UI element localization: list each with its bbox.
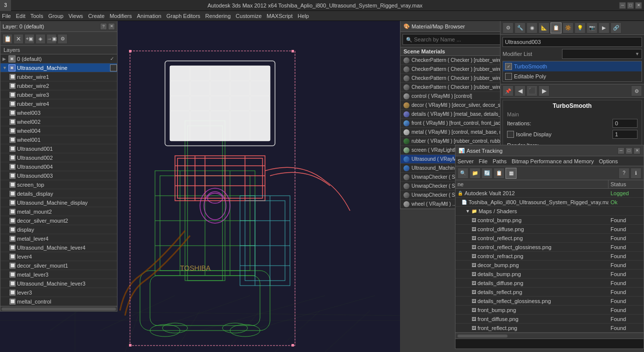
new-layer-button[interactable]: 📋 bbox=[2, 34, 12, 44]
props-btn-3[interactable]: ◉ bbox=[526, 22, 538, 33]
layer-settings-button[interactable]: ⚙ bbox=[58, 34, 68, 44]
menu-tools[interactable]: Tools bbox=[30, 13, 44, 19]
list-item[interactable]: ⬜ lever3 bbox=[0, 288, 117, 297]
asset-row[interactable]: 🖼 front_reflect.png Found bbox=[456, 324, 644, 333]
list-item[interactable]: ⬜ Ultrasound_Machine_display bbox=[0, 198, 117, 207]
props-btn-6[interactable]: 🔆 bbox=[562, 22, 574, 33]
list-item[interactable]: ⬜ metal_mount2 bbox=[0, 207, 117, 216]
maximize-button[interactable]: □ bbox=[627, 2, 634, 9]
asset-row[interactable]: 🔒 Autodesk Vault 2012 Logged bbox=[456, 189, 644, 198]
list-item[interactable]: ⬜ wheel004 bbox=[0, 126, 117, 135]
props-btn-10[interactable]: 🔗 bbox=[610, 22, 622, 33]
menu-help[interactable]: Help bbox=[298, 13, 309, 19]
list-item[interactable]: ⬜ metal_lever4 bbox=[0, 234, 117, 243]
nav-arrow-right[interactable]: ▶ bbox=[538, 85, 550, 96]
close-button[interactable]: ✕ bbox=[635, 2, 642, 9]
delete-layer-button[interactable]: ✕ bbox=[14, 34, 24, 44]
asset-tool-help[interactable]: ? bbox=[618, 168, 630, 179]
move-to-layer-button[interactable]: →▣ bbox=[46, 34, 56, 44]
nav-pin-button[interactable]: 📌 bbox=[502, 85, 514, 96]
minimize-button[interactable]: ─ bbox=[619, 2, 626, 9]
menu-rendering[interactable]: Rendering bbox=[206, 13, 231, 19]
asset-tool-1[interactable]: 🔍 bbox=[458, 168, 468, 179]
object-name-field[interactable]: Ultrasound003 bbox=[502, 37, 642, 47]
list-item[interactable]: ⬜ wheel001 bbox=[0, 135, 117, 144]
list-item[interactable]: ⬜ rubber_wire3 bbox=[0, 90, 117, 99]
asset-menu-server[interactable]: Server bbox=[458, 158, 474, 164]
asset-minimize-button[interactable]: ─ bbox=[618, 147, 624, 154]
props-btn-9[interactable]: ▶ bbox=[598, 22, 610, 33]
menu-views[interactable]: Views bbox=[68, 13, 83, 19]
list-item[interactable]: ⬜ meltal_control bbox=[0, 297, 117, 306]
asset-row[interactable]: 🖼 control_bump.png Found bbox=[456, 216, 644, 225]
asset-row[interactable]: 📄 Toshiba_Aplio_i800_Ultrasound_System_R… bbox=[456, 198, 644, 207]
asset-row[interactable]: 🖼 control_reflect_glossiness.png Found bbox=[456, 243, 644, 252]
asset-row[interactable]: 🖼 front_diffuse.png Found bbox=[456, 315, 644, 324]
menu-customize[interactable]: Customize bbox=[236, 13, 262, 19]
menu-maxscript[interactable]: MAXScript bbox=[266, 13, 292, 19]
asset-menu-bitmap[interactable]: Bitmap Performance and Memory bbox=[512, 158, 594, 164]
list-item[interactable]: ⬜ rubber_wire4 bbox=[0, 99, 117, 108]
list-item[interactable]: ⬜ Ultrasound_Machine_lever4 bbox=[0, 243, 117, 252]
asset-row[interactable]: 🖼 details_reflect_glossiness.png Found bbox=[456, 297, 644, 306]
asset-row[interactable]: ▼ 📁 Maps / Shaders bbox=[456, 207, 644, 216]
menu-create[interactable]: Create bbox=[88, 13, 104, 19]
asset-tool-2[interactable]: 📁 bbox=[470, 168, 480, 179]
menu-file[interactable]: File bbox=[2, 13, 11, 19]
asset-row[interactable]: 🖼 control_reflect.png Found bbox=[456, 234, 644, 243]
asset-menu-options[interactable]: Options bbox=[599, 158, 618, 164]
asset-tool-info[interactable]: ℹ bbox=[630, 168, 642, 179]
list-item[interactable]: ▼ ▣ Ultrasound_Machine bbox=[0, 63, 117, 72]
modifier-checkbox[interactable]: ✓ bbox=[505, 63, 512, 70]
modifier-item-editable-poly[interactable]: Editable Poly bbox=[503, 71, 642, 81]
menu-animation[interactable]: Animation bbox=[137, 13, 162, 19]
asset-maximize-button[interactable]: □ bbox=[626, 147, 632, 154]
list-item[interactable]: ⬜ Ultrasound004 bbox=[0, 162, 117, 171]
asset-tool-5[interactable]: ▦ bbox=[506, 168, 516, 179]
nav-stop[interactable]: ⬛ bbox=[526, 85, 538, 96]
list-item[interactable]: ⬜ Ultrasound_Machine_lever3 bbox=[0, 279, 117, 288]
list-item[interactable]: ⬜ rubber_wire1 bbox=[0, 72, 117, 81]
list-item[interactable]: ⬜ decor_silver_mount1 bbox=[0, 261, 117, 270]
list-item[interactable]: ⬜ decor_silver_mount2 bbox=[0, 216, 117, 225]
render-iters-input[interactable]: 1 bbox=[612, 130, 638, 139]
list-item[interactable]: ⬜ Ultrasound003 bbox=[0, 171, 117, 180]
asset-row[interactable]: 🖼 control_diffuse.png Found bbox=[456, 225, 644, 234]
asset-row[interactable]: 🖼 details_reflect.png Found bbox=[456, 288, 644, 297]
list-item[interactable]: ⬜ display bbox=[0, 225, 117, 234]
layers-help-button[interactable]: ? bbox=[100, 23, 107, 30]
asset-row[interactable]: 🖼 front_bump.png Found bbox=[456, 306, 644, 315]
props-btn-4[interactable]: 📐 bbox=[538, 22, 550, 33]
list-item[interactable]: ⬜ wheel003 bbox=[0, 108, 117, 117]
menu-edit[interactable]: Edit bbox=[16, 13, 26, 19]
asset-horizontal-scrollbar[interactable] bbox=[456, 333, 644, 339]
list-item[interactable]: ⬜ screen_top bbox=[0, 180, 117, 189]
props-btn-8[interactable]: 📷 bbox=[586, 22, 598, 33]
list-item[interactable]: ⬜ Ultrasound001 bbox=[0, 144, 117, 153]
list-item[interactable]: ⬜ details_display bbox=[0, 189, 117, 198]
asset-row[interactable]: 🖼 decor_bump.png Found bbox=[456, 261, 644, 270]
layers-close-button[interactable]: ✕ bbox=[108, 23, 115, 30]
props-btn-5[interactable]: 📋 bbox=[550, 22, 562, 33]
nav-arrow-left[interactable]: ◀ bbox=[514, 85, 526, 96]
asset-close-button[interactable]: ✕ bbox=[634, 147, 640, 154]
asset-row[interactable]: 🖼 details_bump.png Found bbox=[456, 270, 644, 279]
list-item[interactable]: ⬜ rubber_wire2 bbox=[0, 81, 117, 90]
list-item[interactable]: ⬜ wheel002 bbox=[0, 117, 117, 126]
asset-menu-paths[interactable]: Paths bbox=[492, 158, 506, 164]
props-btn-2[interactable]: 🔧 bbox=[514, 22, 526, 33]
list-item[interactable]: ⬜ lever4 bbox=[0, 252, 117, 261]
menu-modifiers[interactable]: Modifiers bbox=[110, 13, 132, 19]
nav-settings-button[interactable]: ⚙ bbox=[631, 85, 642, 96]
modifier-dropdown[interactable]: ▼ bbox=[562, 49, 642, 59]
asset-row[interactable]: 🖼 details_diffuse.png Found bbox=[456, 279, 644, 288]
modifier-item-turbosmooth[interactable]: ✓ TurboSmooth bbox=[503, 61, 642, 71]
isoline-checkbox[interactable] bbox=[507, 131, 514, 138]
asset-row[interactable]: 🖼 control_refract.png Found bbox=[456, 252, 644, 261]
props-btn-1[interactable]: ⚙ bbox=[502, 22, 514, 33]
select-layer-objects-button[interactable]: ◈ bbox=[36, 34, 46, 44]
asset-menu-file[interactable]: File bbox=[478, 158, 488, 164]
iterations-input[interactable]: 0 bbox=[612, 119, 638, 128]
modifier-checkbox2[interactable] bbox=[505, 73, 512, 80]
menu-graph-editors[interactable]: Graph Editors bbox=[166, 13, 200, 19]
